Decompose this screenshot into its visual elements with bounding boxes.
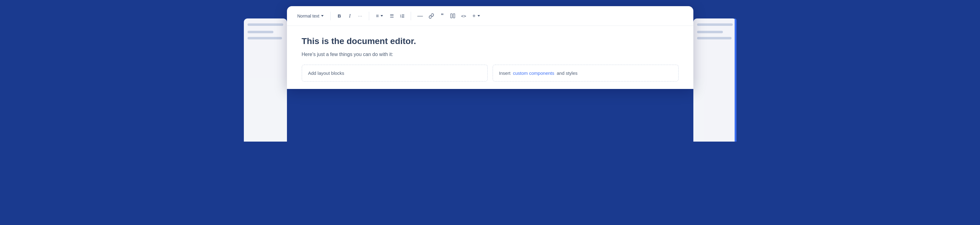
- text-style-dropdown[interactable]: Normal text: [294, 11, 327, 21]
- bullet-list-button[interactable]: ☰: [387, 11, 396, 21]
- svg-rect-4: [451, 14, 452, 18]
- link-icon: [429, 13, 434, 19]
- plus-icon: +: [472, 13, 476, 19]
- horizontal-rule-button[interactable]: —: [415, 11, 425, 21]
- side-panel-line: [697, 24, 733, 26]
- editor-content[interactable]: This is the document editor. Here's just…: [287, 26, 694, 89]
- insert-suffix: and styles: [557, 70, 578, 76]
- custom-components-link[interactable]: custom components: [513, 70, 554, 76]
- editor-container: Normal text B I ···: [287, 6, 694, 89]
- columns-icon: [450, 13, 455, 19]
- custom-components-feature[interactable]: Insert custom components and styles: [493, 65, 679, 82]
- side-panel-line: [697, 31, 723, 33]
- blockquote-button[interactable]: ": [437, 11, 447, 21]
- insert-more-button[interactable]: +: [469, 11, 483, 21]
- insert-group: — " <>: [415, 11, 483, 21]
- accent-bar: [735, 19, 737, 142]
- editor-toolbar: Normal text B I ···: [287, 6, 694, 26]
- layout-blocks-label: Add layout blocks: [308, 70, 345, 76]
- more-options-button[interactable]: ···: [355, 11, 365, 21]
- align-chevron-icon: [380, 15, 383, 17]
- left-side-panel: [244, 19, 287, 142]
- side-panel-line: [248, 31, 274, 33]
- svg-rect-5: [453, 14, 455, 18]
- insert-prefix: Insert: [499, 70, 511, 76]
- code-icon: <>: [461, 14, 466, 19]
- feature-blocks-row: Add layout blocks Insert custom componen…: [302, 65, 679, 82]
- italic-icon: I: [349, 13, 350, 19]
- side-panel-line: [248, 24, 283, 26]
- italic-button[interactable]: I: [345, 11, 355, 21]
- bullet-list-icon: ☰: [390, 13, 394, 19]
- align-button[interactable]: ≡: [373, 11, 386, 21]
- link-button[interactable]: [426, 11, 437, 21]
- toolbar-divider-1: [330, 12, 331, 20]
- text-style-chevron-icon: [321, 15, 324, 17]
- document-heading: This is the document editor.: [302, 36, 679, 47]
- text-style-group: Normal text: [294, 11, 327, 21]
- more-dots-icon: ···: [358, 14, 363, 18]
- insert-chevron-icon: [477, 15, 480, 17]
- layout-blocks-feature[interactable]: Add layout blocks: [302, 65, 488, 82]
- text-style-label: Normal text: [298, 14, 320, 19]
- bold-button[interactable]: B: [334, 11, 344, 21]
- code-button[interactable]: <>: [458, 11, 469, 21]
- document-subtitle: Here's just a few things you can do with…: [302, 52, 679, 57]
- hr-icon: —: [417, 13, 423, 19]
- align-icon: ≡: [376, 13, 379, 19]
- columns-button[interactable]: [448, 11, 458, 21]
- side-panel-line: [697, 37, 732, 40]
- alignment-group: ≡ ☰ 1.: [373, 11, 407, 21]
- right-side-panel: [694, 19, 737, 142]
- bold-icon: B: [338, 13, 341, 19]
- ordered-list-icon: 1.: [399, 14, 404, 19]
- text-format-group: B I ···: [334, 11, 365, 21]
- side-panel-line: [248, 37, 282, 40]
- quote-icon: ": [441, 13, 444, 19]
- ordered-list-button[interactable]: 1.: [397, 11, 407, 21]
